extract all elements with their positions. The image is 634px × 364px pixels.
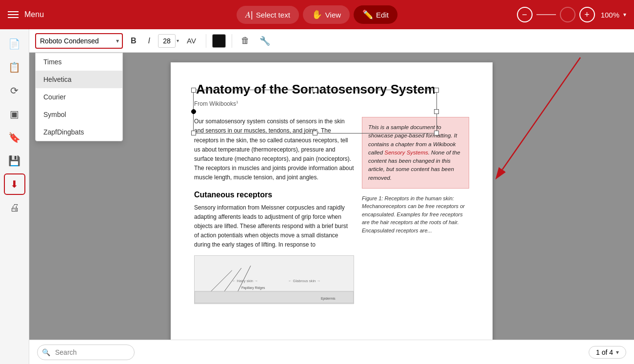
font-option-times[interactable]: Times xyxy=(36,53,122,71)
zoom-line xyxy=(536,14,556,15)
pdf-page: Anatomy of the Somatosensory System From… xyxy=(171,62,493,340)
menu-button[interactable] xyxy=(8,11,19,18)
handle-top-center[interactable] xyxy=(313,88,317,93)
font-option-courier[interactable]: Courier xyxy=(36,88,122,106)
sidebar: 📄 📋 ⟳ ▣ 🔖 💾 ⬇ 🖨 xyxy=(0,29,29,364)
page-indicator[interactable]: 1 of 4 ▾ xyxy=(589,346,626,359)
figure-image: ← Hairy skin → ← Glabrous skin → Papilla… xyxy=(194,255,354,304)
formatting-bar: Roboto Condensed Times Helvetica Courier… xyxy=(29,29,634,53)
svg-text:← Glabrous skin →: ← Glabrous skin → xyxy=(288,279,320,283)
handle-top-left[interactable] xyxy=(191,88,196,93)
svg-line-1 xyxy=(502,57,580,170)
font-select[interactable]: Roboto Condensed Times Helvetica Courier… xyxy=(35,33,123,49)
sidebar-rotate-btn[interactable]: ⟳ xyxy=(4,80,25,101)
sidebar-thumbnail-btn[interactable]: ▣ xyxy=(4,103,25,125)
top-bar: Menu 𝐴| Select text ✋ View ✏️ Edit − + 1… xyxy=(0,0,634,29)
font-size-chevron-icon[interactable]: ▾ xyxy=(177,38,179,43)
font-size-input[interactable] xyxy=(158,34,176,48)
sidebar-print-btn[interactable]: 🖨 xyxy=(4,197,25,218)
handle-mid-left[interactable] xyxy=(191,109,196,114)
two-column-layout: Our somatosensory system consists of sen… xyxy=(194,117,469,306)
sidebar-save-btn[interactable]: 💾 xyxy=(4,150,25,172)
select-text-button[interactable]: 𝐴| Select text xyxy=(237,6,299,24)
svg-text:Epidermis: Epidermis xyxy=(321,297,336,301)
delete-button[interactable]: 🗑 xyxy=(238,34,253,48)
figure-caption: Figure 1: Receptors in the human skin: M… xyxy=(362,194,469,235)
pink-box-highlight: Sensory Systems xyxy=(384,150,428,155)
sidebar-download-btn[interactable]: ⬇ xyxy=(4,173,25,195)
handle-bot-right[interactable] xyxy=(434,131,439,135)
figure-wrapper: ← Hairy skin → ← Glabrous skin → Papilla… xyxy=(194,255,354,306)
search-icon: 🔍 xyxy=(42,348,50,356)
cursor-icon: 𝐴| xyxy=(245,10,253,20)
side-column: This is a sample document to showcase pa… xyxy=(362,117,469,306)
content-area: Roboto Condensed Times Helvetica Courier… xyxy=(29,29,634,364)
zoom-chevron-icon[interactable]: ▾ xyxy=(623,11,626,18)
character-spacing-button[interactable]: AV xyxy=(183,35,200,47)
sidebar-document-btn[interactable]: 📄 xyxy=(4,33,25,55)
handle-mid-right[interactable] xyxy=(434,109,439,114)
bottom-bar: 🔍 1 of 4 ▾ xyxy=(29,340,634,364)
font-option-symbol[interactable]: Symbol xyxy=(36,106,122,123)
sidebar-pages-btn[interactable]: 📋 xyxy=(4,57,25,78)
section-cutaneous-body: Sensory information from Meissner corpus… xyxy=(194,203,354,250)
font-option-helvetica[interactable]: Helvetica xyxy=(36,71,122,88)
menu-label: Menu xyxy=(24,10,44,19)
zoom-circle-indicator xyxy=(560,7,575,22)
color-swatch[interactable] xyxy=(212,34,226,48)
svg-line-2 xyxy=(209,270,232,294)
handle-bot-left[interactable] xyxy=(191,131,196,135)
separator-1 xyxy=(206,34,206,48)
main-column: Our somatosensory system consists of sen… xyxy=(194,117,354,306)
zoom-value: 100% xyxy=(601,11,619,19)
bold-button[interactable]: B xyxy=(127,35,140,47)
zoom-controls: − + 100% ▾ xyxy=(517,7,626,22)
svg-text:Papillary Ridges: Papillary Ridges xyxy=(241,287,265,290)
page-label: 1 of 4 xyxy=(596,348,613,356)
section-cutaneous-title: Cutaneous receptors xyxy=(194,191,354,199)
handle-top-right[interactable] xyxy=(434,88,439,93)
italic-button[interactable]: I xyxy=(144,35,154,47)
text-selection-box[interactable] xyxy=(193,90,437,134)
main-layout: 📄 📋 ⟳ ▣ 🔖 💾 ⬇ 🖨 Roboto Condensed Times H… xyxy=(0,29,634,364)
red-arrow-indicator xyxy=(473,53,600,209)
font-option-zapfdingbats[interactable]: ZapfDingbats xyxy=(36,123,122,141)
handle-bot-center[interactable] xyxy=(313,131,317,135)
edit-button[interactable]: ✏️ Edit xyxy=(354,5,397,24)
search-input[interactable] xyxy=(37,345,135,360)
font-dropdown: Times Helvetica Courier Symbol ZapfDingb… xyxy=(35,53,123,141)
search-wrapper: 🔍 xyxy=(37,345,135,360)
font-size-wrapper: ▾ xyxy=(158,34,179,48)
zoom-in-button[interactable]: + xyxy=(579,7,595,22)
hand-icon: ✋ xyxy=(312,9,322,20)
toolbar-center: 𝐴| Select text ✋ View ✏️ Edit xyxy=(237,5,397,24)
zoom-out-button[interactable]: − xyxy=(517,7,533,22)
sidebar-bookmark-btn[interactable]: 🔖 xyxy=(4,127,25,148)
pencil-icon: ✏️ xyxy=(362,9,373,20)
settings-button[interactable]: 🔧 xyxy=(257,34,273,48)
page-chevron-icon: ▾ xyxy=(616,349,619,356)
separator-2 xyxy=(232,34,232,48)
view-button[interactable]: ✋ View xyxy=(303,5,350,24)
font-select-wrapper: Roboto Condensed Times Helvetica Courier… xyxy=(35,33,123,49)
svg-text:← Hairy skin →: ← Hairy skin → xyxy=(232,279,258,283)
